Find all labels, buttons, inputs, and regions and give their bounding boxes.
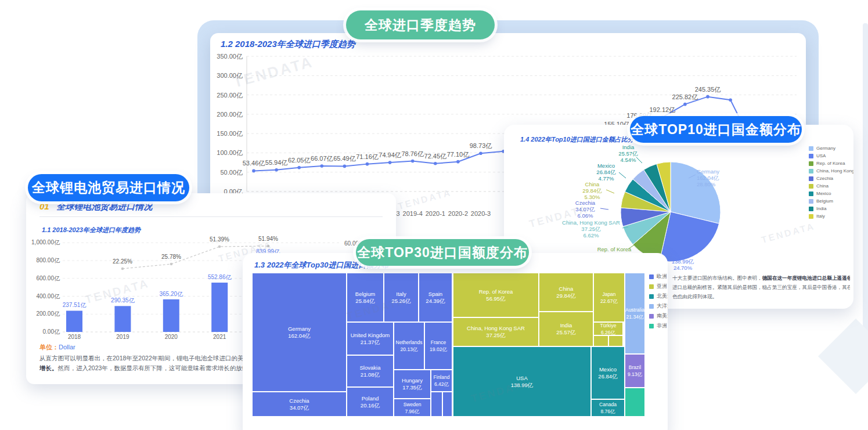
legend-swatch <box>649 324 654 328</box>
pie-analysis-text: 十大主要进口国的市场结构。图中表明，德国在这一年度锂电池进口总额上遥遥领 进口总… <box>672 273 850 301</box>
treemap-legend-item[interactable]: 北美洲 <box>649 292 668 300</box>
treemap-block-hungary[interactable]: Hungary17.35亿 <box>394 370 431 399</box>
treemap-block-brazil[interactable]: Brazil9.13亿 <box>625 354 645 388</box>
treemap-block-name: Germany <box>288 326 311 333</box>
growth-point[interactable] <box>267 245 270 248</box>
pie-label: 162.04亿 <box>697 175 719 181</box>
treemap-block-czechia[interactable]: Czechia34.07亿 <box>252 392 347 417</box>
pie-legend-item-belgium[interactable]: Belgium <box>809 198 853 204</box>
y-axis-tick: 250.00亿 <box>217 92 243 99</box>
growth-point[interactable] <box>218 245 221 248</box>
pie-legend-item-mexico[interactable]: Mexico <box>809 191 853 196</box>
treemap-block-name: United Kingdom <box>351 332 390 339</box>
treemap-block-netherlands[interactable]: Netherlands20.13亿 <box>394 322 424 370</box>
data-point[interactable] <box>320 164 324 168</box>
treemap-block-mexico[interactable]: Mexico26.84亿 <box>591 346 625 399</box>
data-point[interactable] <box>366 162 369 166</box>
treemap-block-poland[interactable]: Poland20.16亿 <box>347 387 394 417</box>
pie-label: 37.25亿 <box>581 226 601 232</box>
data-point[interactable] <box>434 162 437 165</box>
treemap-block-small[interactable] <box>431 392 442 417</box>
growth-point[interactable] <box>121 268 124 270</box>
pie-legend-item-india[interactable]: India <box>809 206 853 211</box>
treemap-block-name: Australia <box>625 306 644 313</box>
treemap-legend-item[interactable]: 南美洲 <box>649 312 668 320</box>
legend-label: Italy <box>816 214 825 219</box>
treemap-block-value: 37.25亿 <box>486 332 505 339</box>
bar-2021[interactable] <box>211 283 228 332</box>
bar-2018[interactable] <box>66 310 82 332</box>
growth-point[interactable] <box>170 263 173 266</box>
treemap-block-belgium[interactable]: Belgium25.84亿 <box>347 273 384 322</box>
treemap-block-usa[interactable]: USA138.99亿 <box>453 346 591 417</box>
pie-legend-item-china[interactable]: China <box>809 183 853 189</box>
treemap-block-t-rkiye[interactable]: Türkiye6.26亿 <box>593 322 623 335</box>
pie-label: 4.54% <box>621 157 636 163</box>
growth-label: 25.78% <box>161 254 181 260</box>
treemap-block-germany[interactable]: Germany162.04亿 <box>252 273 347 392</box>
pie-legend-item-italy[interactable]: Italy <box>809 214 853 219</box>
treemap-block-name: Japan <box>602 291 615 298</box>
treemap-block-finland[interactable]: Finland6.42亿 <box>431 370 452 392</box>
treemap-block-small[interactable] <box>593 335 608 346</box>
treemap-block-japan[interactable]: Japan22.67亿 <box>593 273 625 322</box>
treemap-block-india[interactable]: India25.57亿 <box>539 312 593 346</box>
top30-treemap-card: 1.3 2022年全球Top30进口国进口额分布 Germany162.04亿C… <box>243 253 668 430</box>
treemap-legend-item[interactable]: 大洋洲 <box>649 302 668 310</box>
data-point-label: 53.46亿 <box>243 160 265 167</box>
pie-legend-item-rep-of-korea[interactable]: Rep. of Korea <box>809 161 853 166</box>
data-point[interactable] <box>297 166 301 169</box>
treemap-legend-item[interactable]: 亚洲 <box>649 283 668 290</box>
y-axis-tick: 350.00亿 <box>217 53 243 60</box>
data-point[interactable] <box>706 95 709 99</box>
treemap-block-name: Belgium <box>355 291 375 298</box>
treemap-block-france[interactable]: France19.02亿 <box>424 322 452 370</box>
x-axis-tick: 2020-1 <box>426 210 445 217</box>
treemap-block-small[interactable] <box>442 392 452 417</box>
treemap-block-value: 6.26亿 <box>601 329 615 336</box>
legend-swatch <box>809 169 813 174</box>
treemap-block-small[interactable] <box>608 335 623 346</box>
data-point[interactable] <box>343 165 347 168</box>
treemap-block-canada[interactable]: Canada8.76亿 <box>591 399 625 417</box>
data-point[interactable] <box>252 169 255 173</box>
treemap-legend-item[interactable]: 欧洲 <box>649 273 668 280</box>
treemap-legend-item[interactable]: 非洲 <box>649 322 668 330</box>
treemap-block-italy[interactable]: Italy25.26亿 <box>384 273 419 322</box>
pie-legend-item-germany[interactable]: Germany <box>809 146 853 151</box>
pie-legend-item-usa[interactable]: USA <box>809 153 853 158</box>
treemap-block-slovakia[interactable]: Slovakia21.08亿 <box>347 355 394 387</box>
treemap-block-value: 29.84亿 <box>556 292 575 299</box>
bar-2019[interactable] <box>114 306 131 332</box>
pie-legend: GermanyUSARep. of KoreaChina, Hong Kong … <box>809 146 853 221</box>
treemap-block-spain[interactable]: Spain24.39亿 <box>419 273 452 322</box>
data-point[interactable] <box>456 160 460 164</box>
pie-label: 34.07亿 <box>575 206 595 212</box>
treemap-block-name: USA <box>516 375 528 382</box>
treemap-block-rep-of-korea[interactable]: Rep. of Korea56.95亿 <box>453 273 539 317</box>
treemap-block-sweden[interactable]: Sweden7.96亿 <box>394 399 431 417</box>
data-point[interactable] <box>411 160 415 163</box>
treemap-block-china[interactable]: China29.84亿 <box>539 273 593 312</box>
pie-legend-item-china-hong-kong-sar[interactable]: China, Hong Kong SAR <box>809 168 853 174</box>
treemap-block-value: 21.08亿 <box>361 371 380 378</box>
y-axis-tick: 150.00亿 <box>217 130 243 137</box>
treemap-block-value: 25.57亿 <box>556 329 575 336</box>
treemap-block-united-kingdom[interactable]: United Kingdom21.37亿 <box>347 322 394 355</box>
x-axis-tick: 2020-2 <box>448 210 468 217</box>
treemap-block-value: 56.95亿 <box>486 295 505 302</box>
data-point-label: 192.12亿 <box>649 106 675 113</box>
legend-label: Germany <box>816 146 835 151</box>
treemap-block-china-hong-kong-sar[interactable]: China, Hong Kong SAR37.25亿 <box>453 317 539 346</box>
treemap-block-small[interactable] <box>625 388 645 417</box>
bar-2020[interactable] <box>163 299 179 332</box>
data-point[interactable] <box>275 168 278 172</box>
pie-legend-item-czechia[interactable]: Czechia <box>809 176 853 181</box>
treemap-legend: 欧洲亚洲北美洲大洋洲南美洲非洲 <box>649 273 668 332</box>
data-point[interactable] <box>479 151 482 155</box>
data-point[interactable] <box>729 98 732 102</box>
growth-label: 22.25% <box>113 258 132 265</box>
data-point[interactable] <box>388 161 392 164</box>
data-point[interactable] <box>683 103 687 106</box>
treemap-block-australia[interactable]: Australia21.34亿 <box>625 273 645 354</box>
